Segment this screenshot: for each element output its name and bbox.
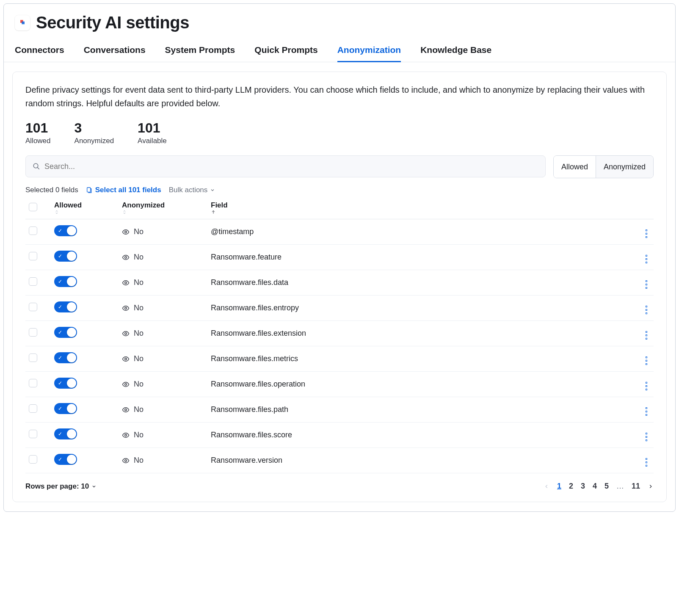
column-allowed[interactable]: Allowed — [51, 197, 119, 219]
pager-next[interactable] — [648, 483, 654, 489]
row-checkbox[interactable] — [29, 227, 37, 235]
svg-point-3 — [125, 231, 127, 233]
filter-allowed-button[interactable]: Allowed — [554, 156, 596, 178]
tab-knowledge-base[interactable]: Knowledge Base — [420, 45, 491, 62]
row-checkbox[interactable] — [29, 430, 37, 438]
eye-icon — [122, 355, 130, 363]
allowed-toggle[interactable]: ✓ — [54, 276, 77, 287]
eye-icon — [122, 381, 130, 388]
pager-page-11[interactable]: 11 — [632, 482, 640, 491]
select-all-link[interactable]: Select all 101 fields — [86, 186, 161, 194]
anonymized-value: No — [134, 304, 144, 312]
row-checkbox[interactable] — [29, 354, 37, 362]
eye-icon — [122, 254, 130, 261]
tab-quick-prompts[interactable]: Quick Prompts — [254, 45, 317, 62]
field-name: Ransomware.version — [211, 456, 282, 464]
allowed-toggle[interactable]: ✓ — [54, 327, 77, 338]
svg-point-6 — [125, 307, 127, 309]
check-icon: ✓ — [58, 329, 62, 335]
svg-point-9 — [125, 383, 127, 385]
tab-connectors[interactable]: Connectors — [15, 45, 64, 62]
anonymized-value: No — [134, 227, 144, 236]
pager-page-2[interactable]: 2 — [569, 482, 573, 491]
row-actions-menu[interactable] — [643, 254, 650, 265]
check-icon: ✓ — [58, 406, 62, 412]
rows-per-page-selector[interactable]: Rows per page: 10 — [25, 482, 97, 491]
row-checkbox[interactable] — [29, 252, 37, 260]
svg-point-0 — [33, 163, 38, 168]
row-checkbox[interactable] — [29, 455, 37, 464]
allowed-toggle[interactable]: ✓ — [54, 251, 77, 262]
field-name: Ransomware.files.entropy — [211, 304, 299, 312]
row-actions-menu[interactable] — [643, 304, 650, 315]
row-checkbox[interactable] — [29, 277, 37, 286]
search-input[interactable] — [44, 162, 538, 171]
allowed-toggle[interactable]: ✓ — [54, 301, 77, 312]
table-row: ✓NoRansomware.files.metrics — [25, 346, 654, 372]
row-actions-menu[interactable] — [643, 406, 650, 417]
select-all-checkbox[interactable] — [29, 203, 37, 211]
table-row: ✓NoRansomware.files.entropy — [25, 296, 654, 321]
svg-point-12 — [125, 459, 127, 461]
stat-available: 101 Available — [138, 120, 167, 145]
row-checkbox[interactable] — [29, 404, 37, 413]
row-actions-menu[interactable] — [643, 279, 650, 290]
svg-point-8 — [125, 358, 127, 360]
tab-conversations[interactable]: Conversations — [84, 45, 146, 62]
row-actions-menu[interactable] — [643, 381, 650, 392]
table-row: ✓NoRansomware.files.score — [25, 423, 654, 448]
pages-select-icon — [86, 187, 93, 193]
column-field[interactable]: Field — [207, 197, 632, 219]
settings-panel: Define privacy settings for event data s… — [12, 72, 667, 502]
row-actions-menu[interactable] — [643, 355, 650, 366]
row-checkbox[interactable] — [29, 379, 37, 387]
table-row: ✓NoRansomware.feature — [25, 245, 654, 270]
tab-anonymization[interactable]: Anonymization — [337, 45, 401, 62]
panel-description: Define privacy settings for event data s… — [25, 83, 654, 110]
column-anonymized[interactable]: Anonymized — [119, 197, 207, 219]
app-logo-icon — [15, 15, 30, 30]
table-toolbar: Selected 0 fields Select all 101 fields … — [25, 186, 654, 194]
row-checkbox[interactable] — [29, 303, 37, 311]
table-row: ✓NoRansomware.files.path — [25, 397, 654, 423]
row-actions-menu[interactable] — [643, 431, 650, 442]
row-actions-menu[interactable] — [643, 457, 650, 468]
field-name: Ransomware.files.operation — [211, 380, 305, 388]
allowed-toggle[interactable]: ✓ — [54, 454, 77, 465]
filter-anonymized-button[interactable]: Anonymized — [596, 156, 653, 178]
search-box[interactable] — [25, 155, 546, 177]
anonymized-value: No — [134, 380, 144, 389]
pager-page-1[interactable]: 1 — [557, 482, 561, 491]
row-checkbox[interactable] — [29, 328, 37, 337]
allowed-toggle[interactable]: ✓ — [54, 352, 77, 363]
allowed-toggle[interactable]: ✓ — [54, 378, 77, 389]
bulk-actions-menu[interactable]: Bulk actions — [169, 186, 215, 194]
anonymized-value: No — [134, 354, 144, 363]
sort-asc-icon — [211, 210, 629, 215]
tab-system-prompts[interactable]: System Prompts — [165, 45, 235, 62]
stat-allowed: 101 Allowed — [25, 120, 51, 145]
pager-page-3[interactable]: 3 — [581, 482, 585, 491]
check-icon: ✓ — [58, 456, 62, 462]
pager-page-4[interactable]: 4 — [593, 482, 597, 491]
anonymized-value: No — [134, 431, 144, 439]
chevron-down-icon — [91, 484, 97, 489]
allowed-toggle[interactable]: ✓ — [54, 428, 77, 439]
field-name: Ransomware.files.extension — [211, 329, 306, 337]
table-row: ✓NoRansomware.files.operation — [25, 372, 654, 397]
pager-prev[interactable] — [544, 483, 549, 489]
field-name: Ransomware.feature — [211, 253, 282, 261]
pagination: 12345…11 — [544, 482, 654, 491]
anonymized-value: No — [134, 456, 144, 465]
pager-page-5[interactable]: 5 — [604, 482, 609, 491]
row-actions-menu[interactable] — [643, 228, 650, 239]
stat-anonymized-value: 3 — [75, 120, 114, 136]
pager-ellipsis: … — [616, 482, 624, 491]
allowed-toggle[interactable]: ✓ — [54, 225, 77, 236]
row-actions-menu[interactable] — [643, 330, 650, 341]
svg-point-7 — [125, 332, 127, 334]
allowed-toggle[interactable]: ✓ — [54, 403, 77, 414]
svg-point-11 — [125, 434, 127, 436]
svg-point-4 — [125, 256, 127, 258]
check-icon: ✓ — [58, 355, 62, 361]
